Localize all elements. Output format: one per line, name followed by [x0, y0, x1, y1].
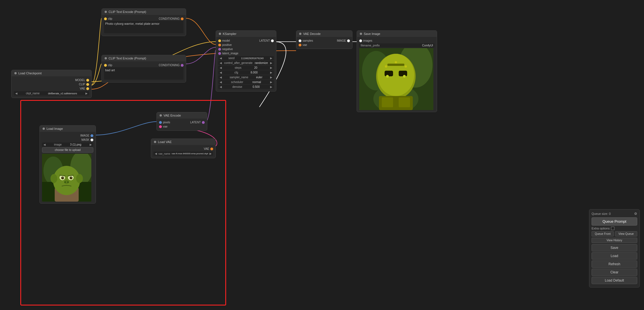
- clip1-port-row: clip CONDITIONING: [104, 17, 184, 21]
- refresh-button[interactable]: Refresh: [592, 260, 637, 268]
- svg-point-31: [71, 177, 72, 178]
- save-image-title: Save Image: [364, 32, 380, 35]
- clip2-in-port: [104, 64, 107, 67]
- load-image-mask-port: [91, 139, 93, 141]
- vae-decode-samples-port: [299, 39, 301, 42]
- vae-encode-node: VAE Encode pixels LATENT vae: [156, 112, 207, 131]
- ckpt-name-field[interactable]: ◀ ckpt_name deliberate_v2.safetensors ▶: [14, 91, 89, 95]
- filename-field[interactable]: filename_prefix ComfyUI: [359, 43, 435, 48]
- vae-port: [86, 87, 89, 90]
- clip1-textarea[interactable]: Photo cyborg warrior, metal plate armor: [104, 21, 184, 33]
- scheduler-field[interactable]: ◀ scheduler normal ▶: [218, 80, 274, 84]
- seed-value: 1116629281676240: [241, 57, 264, 60]
- seed-arrow-left[interactable]: ◀: [220, 57, 222, 60]
- sampler-arrow-left[interactable]: ◀: [220, 76, 222, 79]
- clip2-output: CONDITIONING: [159, 64, 184, 67]
- scheduler-arrow-left[interactable]: ◀: [220, 81, 222, 84]
- vae-port-row: VAE: [14, 86, 89, 91]
- load-checkpoint-title: Load Checkpoint: [18, 72, 42, 75]
- extra-options-checkbox[interactable]: [611, 227, 614, 230]
- sampler-arrow-right[interactable]: ▶: [270, 76, 272, 79]
- control-arrow-right[interactable]: ▶: [270, 61, 272, 64]
- cfg-arrow-right[interactable]: ▶: [270, 71, 272, 74]
- image-arrow-left[interactable]: ◀: [43, 143, 46, 146]
- load-checkpoint-node: Load Checkpoint MODEL CLIP VAE: [11, 70, 92, 98]
- load-vae-title: Load VAE: [158, 140, 172, 144]
- vae-name-value: vae-ft-mse-840000-ema-pruned.ckpt: [171, 152, 208, 155]
- sampler-field[interactable]: ◀ sampler_name euler ▶: [218, 75, 274, 79]
- queue-prompt-button[interactable]: Queue Prompt: [592, 217, 637, 226]
- ckpt-arrow-right[interactable]: ▶: [85, 92, 88, 95]
- vae-name-arrow-left[interactable]: ◀: [155, 152, 157, 155]
- seed-field[interactable]: ◀ seed 1116629281676240 ▶: [218, 56, 274, 60]
- load-button[interactable]: Load: [592, 252, 637, 260]
- ksampler-body: model LATENT positive negative: [216, 37, 276, 91]
- save-image-images-in: images: [359, 39, 372, 42]
- svg-point-24: [50, 174, 57, 183]
- control-field[interactable]: ◀ control_after_generate randomize ▶: [218, 61, 274, 65]
- choose-file-button[interactable]: choose file to upload: [42, 147, 93, 153]
- shrek-svg: [42, 154, 91, 202]
- queue-front-button[interactable]: Queue Front: [592, 231, 614, 237]
- clip1-header: CLIP Text Encode (Prompt): [102, 9, 186, 15]
- vae-label: VAE: [80, 87, 85, 90]
- vae-name-field[interactable]: ◀ vae_name vae-ft-mse-840000-ema-pruned.…: [153, 151, 213, 156]
- ckpt-arrow-left[interactable]: ◀: [15, 92, 17, 95]
- denoise-arrow-right[interactable]: ▶: [270, 85, 272, 88]
- svg-point-33: [64, 181, 66, 183]
- ksampler-negative-in: negative: [218, 48, 233, 51]
- view-queue-button[interactable]: View Queue: [615, 231, 637, 237]
- steps-arrow-left[interactable]: ◀: [220, 66, 222, 69]
- clip-text-encode-1-node: CLIP Text Encode (Prompt) clip CONDITION…: [102, 8, 186, 36]
- clip-port: [86, 83, 89, 86]
- right-panel: Queue size: 0 ⚙ Queue Prompt Extra optio…: [589, 209, 640, 287]
- cfg-arrow-left[interactable]: ◀: [220, 71, 222, 74]
- denoise-field[interactable]: ◀ denoise 0.500 ▶: [218, 85, 274, 89]
- vae-decode-image-port: [347, 39, 350, 42]
- save-button[interactable]: Save: [592, 244, 637, 251]
- svg-point-11: [385, 65, 387, 68]
- load-default-button[interactable]: Load Default: [592, 277, 637, 284]
- load-image-node: Load Image IMAGE MASK ◀ image 3 (1): [39, 125, 96, 204]
- steps-arrow-right[interactable]: ▶: [270, 66, 272, 69]
- cfg-field[interactable]: ◀ cfg 8.000 ▶: [218, 70, 274, 75]
- svg-point-12: [405, 65, 407, 68]
- model-output: MODEL: [75, 79, 89, 82]
- extra-options-label: Extra options: [592, 227, 610, 230]
- ksampler-positive-port: [218, 44, 221, 46]
- svg-rect-7: [399, 71, 407, 76]
- gear-icon[interactable]: ⚙: [634, 212, 637, 216]
- save-image-node: Save Image images filename_prefix ComfyU…: [357, 30, 437, 112]
- svg-point-9: [386, 75, 389, 78]
- seed-arrow-right[interactable]: ▶: [270, 57, 272, 60]
- load-image-mask-row: MASK: [42, 138, 93, 142]
- image-filename-value: 3 (1).png: [70, 143, 81, 146]
- image-name-field[interactable]: ◀ image 3 (1).png ▶: [42, 142, 93, 147]
- scheduler-arrow-right[interactable]: ▶: [270, 81, 272, 84]
- steps-field[interactable]: ◀ steps 20 ▶: [218, 66, 274, 70]
- vae-encode-vae-port: [159, 125, 162, 128]
- vae-decode-vae-port: [299, 44, 301, 46]
- clip1-output: CONDITIONING: [159, 17, 184, 20]
- clip2-textarea[interactable]: bad art: [104, 67, 184, 80]
- load-image-body: IMAGE MASK ◀ image 3 (1).png ▶ choose fi…: [40, 132, 96, 203]
- ksampler-dot: [219, 33, 221, 35]
- image-arrow-right[interactable]: ▶: [90, 143, 92, 146]
- control-arrow-left[interactable]: ◀: [220, 61, 222, 64]
- save-image-body: images filename_prefix ComfyUI: [357, 37, 437, 112]
- load-checkpoint-body: MODEL CLIP VAE ◀ ckpt_name: [12, 76, 91, 98]
- svg-point-5: [378, 54, 414, 96]
- clear-button[interactable]: Clear: [592, 269, 637, 276]
- clip1-input: clip: [104, 17, 112, 20]
- extra-options-row: Extra options: [592, 227, 637, 230]
- load-image-mask-out: MASK: [81, 138, 93, 141]
- cfg-value: 8.000: [251, 71, 258, 74]
- denoise-arrow-left[interactable]: ◀: [220, 85, 222, 88]
- svg-rect-6: [385, 71, 393, 76]
- save-image-images-port: [359, 39, 362, 42]
- vae-name-arrow-right[interactable]: ▶: [209, 152, 212, 155]
- load-image-port-row: IMAGE: [42, 133, 93, 138]
- ksampler-model-in: model: [218, 39, 230, 42]
- view-history-button[interactable]: View History: [592, 238, 637, 243]
- load-image-image-out: IMAGE: [80, 134, 93, 137]
